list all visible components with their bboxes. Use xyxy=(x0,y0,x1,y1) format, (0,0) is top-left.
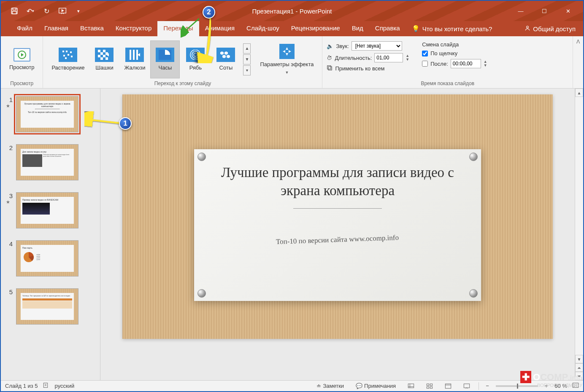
undo-icon[interactable]: ↶ ▾ xyxy=(25,6,35,16)
thumb-number: 1 xyxy=(6,96,13,103)
view-slideshow-button[interactable] xyxy=(460,383,473,389)
svg-rect-50 xyxy=(464,384,470,387)
comments-icon: 💬 xyxy=(356,383,362,389)
slide-counter[interactable]: Слайд 1 из 5 xyxy=(5,383,38,389)
thumb-1[interactable]: 1 ★ Лучшие программы для записи видео с … xyxy=(6,96,95,132)
tab-review[interactable]: Рецензирование xyxy=(285,21,346,36)
scroll-down-button[interactable]: ▼ xyxy=(575,355,583,363)
title-divider xyxy=(293,208,382,209)
tab-home[interactable]: Главная xyxy=(38,21,74,36)
effect-options-label: Параметры эффекта xyxy=(260,62,314,67)
close-button[interactable]: ✕ xyxy=(561,6,575,16)
slide[interactable]: Лучшие программы для записи видео с экра… xyxy=(122,94,553,339)
after-input[interactable] xyxy=(451,59,481,68)
group-preview-label: Просмотр xyxy=(5,80,38,86)
tab-insert[interactable]: Вставка xyxy=(74,21,110,36)
thumb-slide[interactable]: Для записи видео из игр Описание програм… xyxy=(16,144,78,180)
thumb-5[interactable]: 5 Таблица: Топ программ на ЦП по произво… xyxy=(6,288,95,325)
transition-label: Растворение xyxy=(51,64,84,71)
thumb-3[interactable]: 3 ★ Пример записи видео из BANDICAM xyxy=(6,192,95,228)
minimize-button[interactable]: — xyxy=(514,6,527,16)
slide-title-card[interactable]: Лучшие программы для записи видео с экра… xyxy=(194,149,481,301)
tab-help[interactable]: Справка xyxy=(369,21,406,36)
lightbulb-icon: 💡 xyxy=(412,25,420,32)
transition-star-icon: ★ xyxy=(6,199,13,205)
transition-clock[interactable]: Часы xyxy=(150,40,180,78)
apply-all-button[interactable]: Применить ко всем xyxy=(327,65,409,72)
sound-label: Звук: xyxy=(336,43,349,49)
transition-label: Рябь xyxy=(189,64,202,71)
after-checkbox[interactable] xyxy=(422,61,428,67)
share-button[interactable]: Общий доступ xyxy=(517,21,583,36)
scroll-up-button[interactable]: ▲ xyxy=(575,89,583,97)
gallery-up-button[interactable]: ▲ xyxy=(243,43,251,54)
slide-subtitle-text[interactable]: Топ-10 по версии сайта www.ocomp.info xyxy=(276,234,399,246)
tell-me-search[interactable]: 💡 Что вы хотите сделать? xyxy=(406,21,498,36)
tab-view[interactable]: Вид xyxy=(346,21,369,36)
comments-button[interactable]: 💬 Примечания xyxy=(352,383,399,389)
callout-arrow-2 xyxy=(181,13,227,63)
tab-design[interactable]: Конструктор xyxy=(110,21,158,36)
notes-button[interactable]: ≐ Заметки xyxy=(313,383,347,389)
gallery-down-button[interactable]: ▼ xyxy=(243,54,251,64)
spellcheck-icon[interactable] xyxy=(43,382,50,389)
comments-label: Примечания xyxy=(364,383,396,389)
transition-blinds[interactable]: Жалюзи xyxy=(120,40,149,78)
view-normal-button[interactable] xyxy=(404,383,418,389)
view-sorter-button[interactable] xyxy=(423,383,436,389)
svg-rect-40 xyxy=(43,383,47,388)
svg-rect-18 xyxy=(98,55,100,57)
duration-row: ⏱ Длительность: ▲▼ xyxy=(327,53,409,62)
prev-slide-button[interactable]: ⏶ xyxy=(575,363,583,372)
thumb-slide[interactable]: Таблица: Топ программ на ЦП по производи… xyxy=(16,288,78,325)
blinds-icon xyxy=(125,48,144,62)
slideshow-icon[interactable] xyxy=(57,6,68,16)
on-click-checkbox[interactable] xyxy=(422,51,428,56)
transition-dissolve[interactable]: Растворение xyxy=(47,40,89,78)
svg-rect-14 xyxy=(98,50,100,52)
transition-label: Жалюзи xyxy=(124,64,145,71)
zoom-out-button[interactable]: − xyxy=(484,383,491,389)
callout-badge-2: 2 xyxy=(203,6,215,19)
sound-select[interactable]: [Нет звука] xyxy=(351,41,402,51)
tab-file[interactable]: Файл xyxy=(11,21,38,36)
thumb-number: 4 xyxy=(6,240,13,247)
screw-icon xyxy=(469,289,478,298)
transition-label: Соты xyxy=(219,64,233,71)
thumb-slide[interactable]: Пример записи видео из BANDICAM xyxy=(16,192,78,228)
qat-customize-icon[interactable]: ▾ xyxy=(73,6,84,16)
vertical-scrollbar[interactable]: ▲ ▼ ⏶ ⏷ xyxy=(575,89,583,380)
maximize-button[interactable]: ☐ xyxy=(538,6,551,16)
save-icon[interactable] xyxy=(9,6,19,16)
tab-slideshow[interactable]: Слайд-шоу xyxy=(241,21,285,36)
screw-icon xyxy=(197,289,206,298)
transition-checkerboard[interactable]: Шашки xyxy=(89,40,119,78)
duration-spinner[interactable]: ▲▼ xyxy=(406,54,409,62)
svg-rect-11 xyxy=(71,56,73,57)
thumb-4[interactable]: 4 Пие-чарть ■ item■ item■ item■ item xyxy=(6,240,95,277)
canvas-scroll[interactable]: Лучшие программы для записи видео с экра… xyxy=(100,89,575,380)
svg-rect-48 xyxy=(446,384,451,388)
duration-icon: ⏱ xyxy=(327,55,332,61)
canvas-area: Лучшие программы для записи видео с экра… xyxy=(100,89,583,380)
collapse-ribbon-button[interactable]: ᐱ xyxy=(573,36,583,88)
speaker-icon: 🔈 xyxy=(327,43,333,49)
thumb-2[interactable]: 2 Для записи видео из игр Описание прогр… xyxy=(6,144,95,180)
svg-rect-2 xyxy=(13,11,16,14)
svg-point-4 xyxy=(527,26,529,28)
duration-input[interactable] xyxy=(374,53,403,62)
effect-options-button[interactable]: Параметры эффекта ▼ xyxy=(256,40,318,78)
language-indicator[interactable]: русский xyxy=(55,383,75,389)
preview-button[interactable]: Просмотр xyxy=(5,40,38,78)
gallery-more-button[interactable]: ▾ xyxy=(243,65,251,75)
thumb-slide[interactable]: Пие-чарть ■ item■ item■ item■ item xyxy=(16,240,78,277)
thumb-slide[interactable]: Лучшие программы для записи видео с экра… xyxy=(16,96,78,132)
after-spinner[interactable]: ▲▼ xyxy=(484,60,487,67)
redo-icon[interactable]: ↻ xyxy=(41,6,51,16)
after-label: После: xyxy=(430,61,448,67)
slide-title-text[interactable]: Лучшие программы для записи видео с экра… xyxy=(211,164,464,200)
view-reading-button[interactable] xyxy=(441,383,455,389)
window-title: Презентация1 - PowerPoint xyxy=(252,8,332,15)
watermark: ✚OCOMP.info ВОПРОСЫ АДМИНУ xyxy=(520,372,582,388)
svg-rect-1 xyxy=(13,8,16,10)
